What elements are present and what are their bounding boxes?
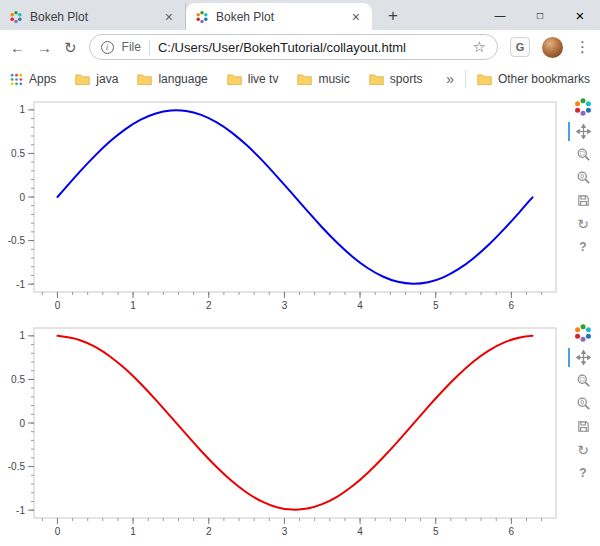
box-zoom-icon: [576, 373, 591, 388]
bookmark-folder-sports[interactable]: sports: [369, 72, 423, 86]
bokeh-favicon-icon: [9, 10, 23, 24]
bokeh-logo-icon[interactable]: [573, 323, 593, 343]
folder-icon: [297, 73, 312, 85]
svg-text:4: 4: [357, 526, 363, 537]
extension-g-icon[interactable]: G: [510, 37, 530, 57]
bookmark-folder-music[interactable]: music: [297, 72, 349, 86]
folder-icon: [137, 73, 152, 85]
bokeh-logo-icon[interactable]: [573, 97, 593, 117]
pan-icon: [576, 350, 591, 365]
wheel-zoom-icon: [576, 396, 591, 411]
bookmarks-bar: Apps java language live tv music sports …: [0, 64, 600, 94]
svg-text:1: 1: [130, 300, 136, 311]
svg-text:3: 3: [282, 526, 288, 537]
apps-shortcut[interactable]: Apps: [10, 72, 56, 86]
help-tool-button[interactable]: ?: [573, 464, 593, 481]
save-tool-button[interactable]: [573, 418, 593, 435]
tab-strip: Bokeh Plot × Bokeh Plot × + — □ ×: [0, 0, 600, 30]
svg-text:1: 1: [130, 526, 136, 537]
url-bar[interactable]: i File C:/Users/User/BokehTutorial/colla…: [89, 34, 498, 60]
reset-tool-button[interactable]: ↻: [573, 215, 593, 232]
url-text[interactable]: C:/Users/User/BokehTutorial/collayout.ht…: [158, 40, 465, 55]
folder-icon: [369, 73, 384, 85]
bokeh-toolbar: ↻ ?: [566, 94, 600, 320]
tab-title: Bokeh Plot: [216, 10, 342, 24]
bookmarks-overflow-icon[interactable]: »: [446, 71, 454, 87]
pan-tool-button[interactable]: [573, 349, 593, 366]
bookmark-label: live tv: [248, 72, 279, 86]
bokeh-toolbar: ↻ ?: [566, 320, 600, 546]
tab-bokeh-plot-1[interactable]: Bokeh Plot ×: [0, 3, 186, 30]
folder-icon: [477, 73, 492, 85]
bokeh-favicon-icon: [195, 10, 209, 24]
svg-text:5: 5: [433, 526, 439, 537]
tab-bokeh-plot-2[interactable]: Bokeh Plot ×: [186, 3, 372, 30]
minimize-button[interactable]: —: [480, 9, 520, 21]
wheel-zoom-icon: [576, 170, 591, 185]
page-content: 0123456-1-0.500.51 ↻ ?: [0, 94, 600, 546]
svg-text:-1: -1: [16, 279, 25, 290]
box-zoom-tool-button[interactable]: [573, 146, 593, 163]
svg-text:1: 1: [19, 104, 25, 115]
tab-close-icon[interactable]: ×: [162, 9, 176, 25]
close-window-button[interactable]: ×: [560, 7, 600, 24]
reload-icon[interactable]: ↻: [64, 40, 77, 55]
svg-text:2: 2: [206, 526, 212, 537]
svg-text:-0.5: -0.5: [8, 461, 26, 472]
tab-close-icon[interactable]: ×: [349, 9, 363, 25]
bookmark-label: language: [158, 72, 207, 86]
svg-text:0: 0: [19, 418, 25, 429]
wheel-zoom-tool-button[interactable]: [573, 169, 593, 186]
window-controls: — □ ×: [480, 0, 600, 30]
new-tab-button[interactable]: +: [380, 7, 406, 24]
pan-tool-button[interactable]: [573, 123, 593, 140]
bookmarks-right-group: » Other bookmarks: [446, 70, 590, 88]
bokeh-figure-sine: 0123456-1-0.500.51 ↻ ?: [0, 94, 600, 320]
save-icon: [576, 419, 591, 434]
svg-text:1: 1: [19, 330, 25, 341]
folder-icon: [75, 73, 90, 85]
bookmark-label: sports: [390, 72, 423, 86]
other-bookmarks[interactable]: Other bookmarks: [477, 72, 590, 86]
svg-text:2: 2: [206, 300, 212, 311]
svg-text:5: 5: [433, 300, 439, 311]
box-zoom-tool-button[interactable]: [573, 372, 593, 389]
bookmark-label: java: [96, 72, 118, 86]
svg-text:0: 0: [55, 300, 61, 311]
bookmark-folder-language[interactable]: language: [137, 72, 207, 86]
browser-window: Bokeh Plot × Bokeh Plot × + — □ × ← → ↻ …: [0, 0, 600, 546]
url-scheme-label: File: [122, 40, 141, 54]
svg-text:0: 0: [55, 526, 61, 537]
pan-icon: [576, 124, 591, 139]
bookmark-label: music: [318, 72, 349, 86]
bookmark-folder-live-tv[interactable]: live tv: [227, 72, 279, 86]
help-tool-button[interactable]: ?: [573, 238, 593, 255]
box-zoom-icon: [576, 147, 591, 162]
bokeh-figure-cosine: 0123456-1-0.500.51 ↻ ?: [0, 320, 600, 546]
wheel-zoom-tool-button[interactable]: [573, 395, 593, 412]
back-icon[interactable]: ←: [10, 40, 25, 55]
bookmark-folder-java[interactable]: java: [75, 72, 118, 86]
save-tool-button[interactable]: [573, 192, 593, 209]
forward-icon[interactable]: →: [37, 40, 52, 55]
svg-text:6: 6: [509, 526, 515, 537]
reset-tool-button[interactable]: ↻: [573, 441, 593, 458]
page-info-icon[interactable]: i: [101, 41, 114, 54]
folder-icon: [227, 73, 242, 85]
save-icon: [576, 193, 591, 208]
tab-title: Bokeh Plot: [30, 10, 155, 24]
divider: [149, 40, 150, 55]
browser-menu-icon[interactable]: ⋮: [575, 38, 590, 56]
cosine-plot[interactable]: 0123456-1-0.500.51: [0, 320, 566, 546]
navigation-bar: ← → ↻ i File C:/Users/User/BokehTutorial…: [0, 30, 600, 64]
maximize-button[interactable]: □: [520, 10, 560, 21]
svg-text:6: 6: [509, 300, 515, 311]
bookmark-star-icon[interactable]: ☆: [473, 38, 486, 56]
svg-text:-1: -1: [16, 505, 25, 516]
svg-text:4: 4: [357, 300, 363, 311]
svg-text:0.5: 0.5: [11, 148, 25, 159]
svg-text:3: 3: [282, 300, 288, 311]
sine-plot[interactable]: 0123456-1-0.500.51: [0, 94, 566, 320]
svg-text:-0.5: -0.5: [8, 235, 26, 246]
profile-avatar[interactable]: [542, 37, 563, 58]
